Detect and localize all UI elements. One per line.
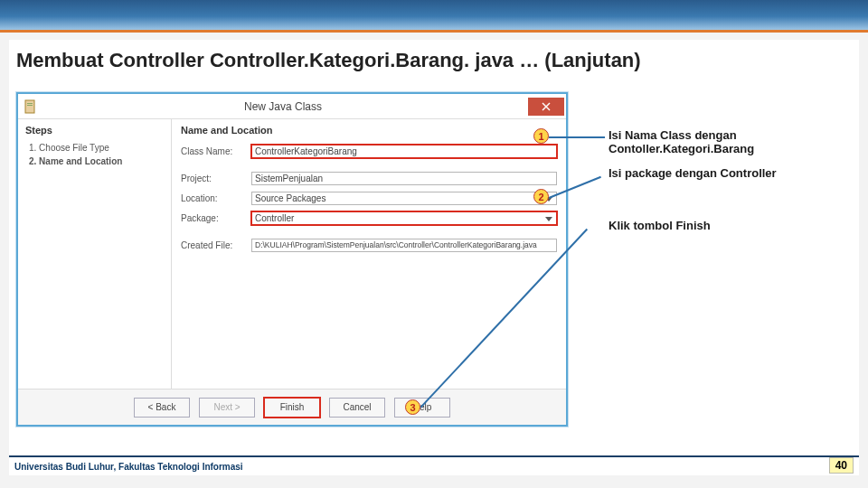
package-value: Controller [255,213,294,223]
section-header: Name and Location [181,125,557,136]
callout-2-badge: 2 [533,189,549,204]
help-button[interactable]: Help [394,398,450,418]
location-select[interactable]: Source Packages [251,192,557,205]
next-button[interactable]: Next > [199,398,255,418]
footer: Universitas Budi Luhur, Fakultas Teknolo… [9,455,859,475]
class-name-label: Class Name: [181,146,251,156]
back-button[interactable]: < Back [134,398,190,418]
dialog-button-bar: < Back Next > Finish Cancel Help [18,389,566,425]
cancel-button[interactable]: Cancel [329,398,385,418]
footer-university: Universitas Budi Luhur, Fakultas Teknolo… [14,462,243,472]
svg-rect-1 [27,103,33,104]
class-name-input[interactable]: ControllerKategoriBarang [251,145,557,158]
location-value: Source Packages [255,193,326,203]
svg-rect-2 [27,105,33,106]
close-button[interactable] [528,98,564,116]
header-band [0,0,868,33]
close-icon [542,102,551,111]
steps-header: Steps [25,125,164,136]
callout-3-text: Klik tombol Finish [609,219,711,232]
created-file-label: Created File: [181,240,251,250]
dialog-title: New Java Class [38,100,528,113]
new-class-dialog: New Java Class Steps 1. Choose File Type… [16,92,568,427]
wizard-content-panel: Name and Location Class Name: Controller… [172,119,566,390]
package-label: Package: [181,213,251,223]
project-label: Project: [181,174,251,183]
step-item: 1. Choose File Type [29,141,164,155]
callout-3-badge: 3 [405,399,420,415]
slide-title: Membuat Controller Controller.Kategori.B… [16,49,641,72]
callout-2-text: Isi package dengan Controller [609,166,777,180]
callout-1-line [549,136,605,138]
project-input[interactable]: SistemPenjualan [251,172,557,185]
created-file-display: D:\KULIAH\Program\SistemPenjualan\src\Co… [251,239,557,252]
java-file-icon [24,99,38,114]
slide-content: Membuat Controller Controller.Kategori.B… [9,40,859,475]
callout-1-text: Isi Nama Class dengan Contoller.Kategori… [609,128,859,155]
svg-rect-0 [25,100,34,113]
package-input[interactable]: Controller [251,211,557,225]
dialog-titlebar: New Java Class [18,94,566,119]
page-number: 40 [829,457,854,474]
wizard-steps-panel: Steps 1. Choose File Type 2. Name and Lo… [18,119,172,390]
location-label: Location: [181,193,251,203]
callout-1-badge: 1 [533,128,549,144]
finish-button[interactable]: Finish [264,398,320,418]
step-item: 2. Name and Location [29,155,164,168]
